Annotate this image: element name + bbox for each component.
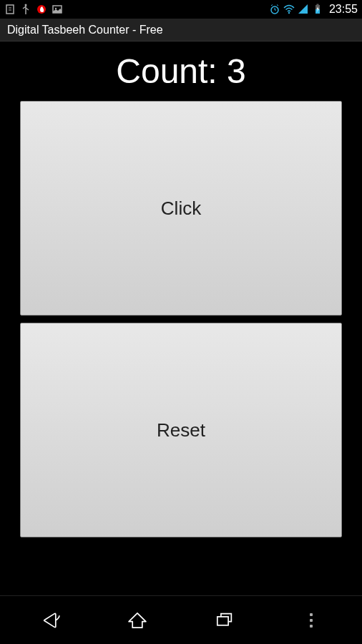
svg-point-6 xyxy=(55,8,57,9)
count-label: Count: 3 xyxy=(116,52,245,91)
title-bar: Digital Tasbeeh Counter - Free xyxy=(0,19,362,42)
status-bar: 23:55 xyxy=(0,0,362,19)
svg-rect-15 xyxy=(316,4,318,6)
battery-charging-icon xyxy=(312,4,323,15)
svg-rect-0 xyxy=(6,5,14,14)
nav-bar xyxy=(0,595,362,644)
wifi-icon xyxy=(283,4,295,15)
alarm-icon xyxy=(269,4,280,15)
back-button[interactable] xyxy=(36,606,65,635)
reset-button-label: Reset xyxy=(157,419,205,441)
usb-icon xyxy=(20,4,31,15)
app-area: Count: 3 Click Reset xyxy=(0,42,362,595)
status-left xyxy=(4,4,63,15)
svg-line-11 xyxy=(277,5,278,6)
signal-icon xyxy=(298,4,309,15)
image-icon xyxy=(52,4,63,15)
click-button[interactable]: Click xyxy=(20,101,342,316)
svg-line-10 xyxy=(271,5,273,6)
home-button[interactable] xyxy=(123,606,152,635)
svg-rect-16 xyxy=(217,616,228,625)
svg-point-3 xyxy=(25,4,27,6)
svg-point-12 xyxy=(288,12,290,14)
status-right: 23:55 xyxy=(269,3,358,16)
reset-button[interactable]: Reset xyxy=(20,323,342,537)
app-title: Digital Tasbeeh Counter - Free xyxy=(7,24,163,36)
usb-debug-icon xyxy=(4,4,16,15)
click-button-label: Click xyxy=(161,197,201,220)
vodafone-icon xyxy=(36,4,47,15)
overflow-menu-button[interactable] xyxy=(297,606,326,635)
clock-text: 23:55 xyxy=(329,3,358,16)
recents-button[interactable] xyxy=(210,606,239,635)
